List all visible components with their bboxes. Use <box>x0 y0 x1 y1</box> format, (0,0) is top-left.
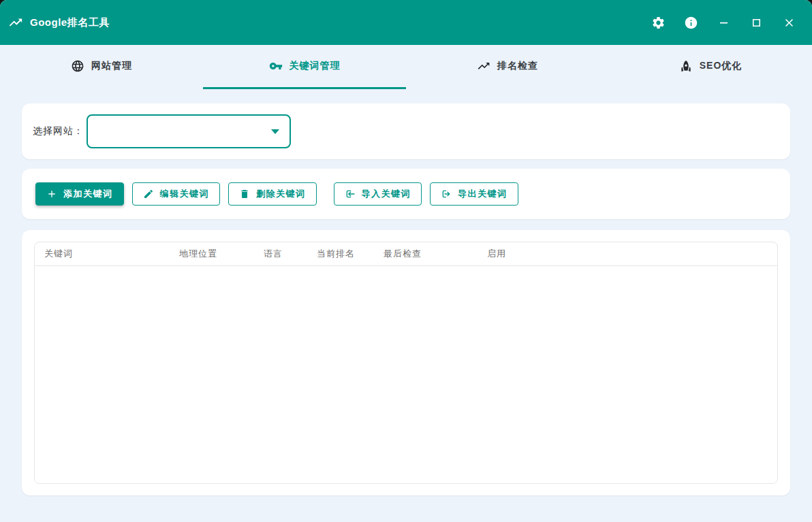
edit-keyword-button[interactable]: 编辑关键词 <box>132 182 221 206</box>
info-icon <box>684 16 698 30</box>
trending-up-icon <box>8 15 23 30</box>
delete-keyword-button[interactable]: 删除关键词 <box>228 182 317 206</box>
keyword-table: 关键词 地理位置 语言 当前排名 最后检查 启用 <box>34 242 778 484</box>
keyword-table-card: 关键词 地理位置 语言 当前排名 最后检查 启用 <box>22 230 790 495</box>
tab-keyword-management[interactable]: 关键词管理 <box>203 45 406 89</box>
main-content: 选择网站： 添加关键词 编辑关键词 删除关键词 导入关键词 <box>0 103 812 495</box>
titlebar-actions <box>639 9 802 36</box>
tab-label: 网站管理 <box>91 60 132 72</box>
site-selector-card: 选择网站： <box>22 103 790 159</box>
delete-keyword-label: 删除关键词 <box>256 188 306 200</box>
tab-label: 关键词管理 <box>290 60 341 72</box>
import-keyword-button[interactable]: 导入关键词 <box>334 182 422 206</box>
close-icon <box>783 16 796 29</box>
tab-label: 排名检查 <box>497 60 538 72</box>
app-window: Google排名工具 网站管理 关键词 <box>0 0 812 522</box>
titlebar: Google排名工具 <box>0 0 812 45</box>
tab-bar: 网站管理 关键词管理 排名检查 SEO优化 <box>0 45 812 89</box>
column-header-keyword: 关键词 <box>44 248 179 260</box>
export-keyword-label: 导出关键词 <box>458 188 507 200</box>
pencil-icon <box>143 189 154 199</box>
maximize-button[interactable] <box>743 9 770 36</box>
info-button[interactable] <box>677 9 704 36</box>
trash-icon <box>239 189 250 199</box>
settings-button[interactable] <box>644 9 672 36</box>
minimize-button[interactable] <box>710 9 737 36</box>
add-keyword-label: 添加关键词 <box>63 188 113 200</box>
close-button[interactable] <box>775 9 802 36</box>
column-header-location: 地理位置 <box>179 248 264 260</box>
table-header-row: 关键词 地理位置 语言 当前排名 最后检查 启用 <box>35 242 777 266</box>
titlebar-brand: Google排名工具 <box>8 15 110 30</box>
export-icon <box>441 189 452 199</box>
column-header-language: 语言 <box>264 248 317 260</box>
chevron-down-icon <box>271 129 279 134</box>
gear-icon <box>651 16 666 30</box>
key-icon <box>269 59 283 73</box>
import-keyword-label: 导入关键词 <box>362 188 411 200</box>
trending-up-icon <box>477 59 490 73</box>
site-select[interactable] <box>87 114 291 148</box>
site-select-label: 选择网站： <box>33 125 84 137</box>
tab-label: SEO优化 <box>700 60 743 72</box>
column-header-last-check: 最后检查 <box>384 248 487 260</box>
import-icon <box>345 189 356 199</box>
tab-website-management[interactable]: 网站管理 <box>0 45 203 89</box>
globe-icon <box>71 59 84 73</box>
app-title: Google排名工具 <box>30 16 110 29</box>
minimize-icon <box>717 16 730 29</box>
add-keyword-button[interactable]: 添加关键词 <box>35 182 124 206</box>
keyword-toolbar-card: 添加关键词 编辑关键词 删除关键词 导入关键词 导出关键词 <box>22 169 790 219</box>
column-header-current-rank: 当前排名 <box>317 248 384 260</box>
edit-keyword-label: 编辑关键词 <box>160 188 210 200</box>
column-header-enabled: 启用 <box>487 248 777 260</box>
tab-seo-optimization[interactable]: SEO优化 <box>609 45 812 89</box>
rocket-icon <box>679 59 693 73</box>
plus-icon <box>46 189 57 199</box>
maximize-icon <box>750 16 763 29</box>
tab-ranking-check[interactable]: 排名检查 <box>406 45 609 89</box>
table-body-empty <box>35 266 777 483</box>
export-keyword-button[interactable]: 导出关键词 <box>430 182 518 206</box>
